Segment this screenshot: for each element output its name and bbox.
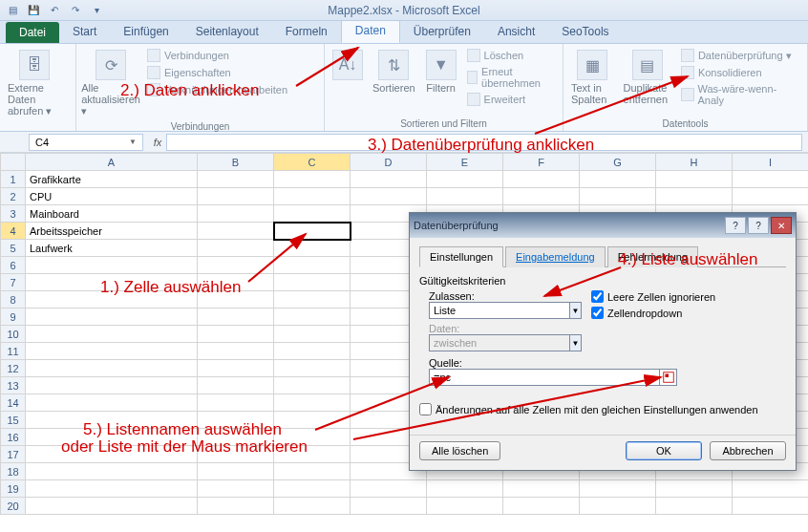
- data-validation-button[interactable]: Datenüberprüfung ▾: [679, 48, 801, 63]
- consolidate-button[interactable]: Konsolidieren: [679, 65, 801, 80]
- tab-seotools[interactable]: SeoTools: [548, 21, 622, 43]
- ok-button[interactable]: OK: [626, 441, 702, 460]
- text-to-columns-button[interactable]: ▦Text in Spalten: [569, 48, 616, 107]
- allow-input[interactable]: [429, 302, 570, 319]
- group-label-sortfilter: Sortieren und Filtern: [330, 117, 557, 129]
- col-D[interactable]: D: [351, 154, 427, 171]
- apply-all-checkbox[interactable]: [419, 403, 432, 415]
- dialog-titlebar[interactable]: Datenüberprüfung ? ? ✕: [410, 213, 796, 238]
- tab-error-alert[interactable]: Fehlermeldung: [607, 246, 698, 267]
- advanced-filter-button[interactable]: Erweitert: [465, 92, 557, 107]
- undo-icon[interactable]: ↶: [46, 2, 63, 19]
- properties-icon: [147, 66, 160, 79]
- col-C[interactable]: C: [274, 154, 351, 171]
- tab-daten[interactable]: Daten: [341, 19, 400, 43]
- formula-bar-row: C4▼ fx: [0, 132, 808, 153]
- data-label: Daten:: [429, 323, 459, 334]
- tab-einfuegen[interactable]: Einfügen: [110, 21, 181, 43]
- data-input: [429, 334, 570, 351]
- clear-icon: [467, 49, 480, 62]
- col-F[interactable]: F: [503, 154, 580, 171]
- text-columns-icon: ▦: [577, 50, 607, 80]
- edit-links-icon: [147, 83, 160, 96]
- ignore-blank-label: Leere Zellen ignorieren: [607, 291, 715, 303]
- cell-A1[interactable]: Grafikkarte: [26, 171, 198, 188]
- quick-access-toolbar: ▤ 💾 ↶ ↷ ▾: [0, 2, 105, 19]
- fx-icon[interactable]: fx: [149, 137, 166, 148]
- filter-icon: ▼: [426, 50, 457, 80]
- ribbon-group-datatools: ▦Text in Spalten ▤Duplikate entfernen Da…: [563, 44, 808, 131]
- ignore-blank-checkbox[interactable]: [591, 290, 604, 303]
- tab-seitenlayout[interactable]: Seitenlayout: [182, 21, 272, 43]
- remove-duplicates-button[interactable]: ▤Duplikate entfernen: [622, 48, 673, 107]
- cell-C4[interactable]: [274, 223, 351, 240]
- data-validation-dialog: Datenüberprüfung ? ? ✕ Einstellungen Ein…: [409, 212, 797, 471]
- clear-all-button[interactable]: Alle löschen: [419, 441, 500, 460]
- tab-input-message[interactable]: Eingabemeldung: [505, 246, 606, 267]
- allow-label: Zulassen:: [429, 290, 475, 302]
- cancel-button[interactable]: Abbrechen: [710, 441, 786, 460]
- external-data-button[interactable]: 🗄Externe Daten abrufen ▾: [6, 48, 63, 119]
- tab-start[interactable]: Start: [59, 21, 110, 43]
- formula-bar[interactable]: [166, 134, 802, 151]
- tab-file[interactable]: Datei: [6, 22, 59, 43]
- external-data-label: Externe Daten abrufen ▾: [8, 82, 61, 117]
- refresh-icon: ⟳: [96, 50, 126, 80]
- name-box[interactable]: C4▼: [29, 134, 143, 151]
- consolidate-icon: [681, 66, 694, 79]
- close-icon[interactable]: ✕: [771, 217, 792, 234]
- validation-icon: [681, 49, 694, 62]
- dialog-help2-icon[interactable]: ?: [748, 217, 769, 234]
- tab-ueberpruefen[interactable]: Überprüfen: [400, 21, 484, 43]
- sort-az-button[interactable]: A↓: [330, 48, 365, 82]
- filter-button[interactable]: ▼Filtern: [423, 48, 459, 96]
- save-icon[interactable]: 💾: [25, 2, 42, 19]
- cell-A3[interactable]: Mainboard: [26, 205, 198, 223]
- dialog-help-icon[interactable]: ?: [725, 217, 746, 234]
- tab-settings[interactable]: Einstellungen: [419, 246, 503, 267]
- col-I[interactable]: I: [733, 154, 809, 171]
- chevron-down-icon: ▼: [570, 334, 582, 351]
- group-label-connections: Verbindungen: [82, 119, 318, 132]
- tab-formeln[interactable]: Formeln: [272, 21, 341, 43]
- cell-A2[interactable]: CPU: [26, 188, 198, 205]
- reapply-icon: [467, 71, 478, 84]
- col-A[interactable]: A: [26, 154, 198, 171]
- source-input[interactable]: [429, 369, 660, 386]
- whatif-icon: [681, 88, 694, 101]
- dropdown-checkbox[interactable]: [591, 307, 604, 319]
- whatif-button[interactable]: Was-wäre-wenn-Analy: [679, 82, 801, 107]
- source-combo[interactable]: [429, 369, 677, 386]
- redo-icon[interactable]: ↷: [67, 2, 84, 19]
- edit-links-button[interactable]: Verknüpfungen bearbeiten: [145, 82, 289, 97]
- sort-az-icon: A↓: [332, 50, 363, 80]
- col-E[interactable]: E: [427, 154, 503, 171]
- col-B[interactable]: B: [198, 154, 274, 171]
- properties-button[interactable]: Eigenschaften: [145, 65, 289, 80]
- ribbon-group-external: 🗄Externe Daten abrufen ▾: [0, 44, 76, 131]
- tab-ansicht[interactable]: Ansicht: [484, 21, 548, 43]
- reapply-button[interactable]: Erneut übernehmen: [465, 65, 557, 90]
- row-1[interactable]: 1Grafikkarte: [1, 171, 809, 188]
- allow-combo[interactable]: ▼: [429, 302, 582, 319]
- cell-A5[interactable]: Laufwerk: [26, 240, 198, 257]
- col-H[interactable]: H: [656, 154, 733, 171]
- column-headers[interactable]: A B C D E F G H I: [1, 154, 809, 171]
- range-picker-icon[interactable]: [660, 369, 677, 386]
- source-label: Quelle:: [429, 357, 462, 369]
- cell-A4[interactable]: Arbeitsspeicher: [26, 223, 198, 240]
- apply-all-label: Änderungen auf alle Zellen mit den gleic…: [436, 404, 758, 415]
- col-G[interactable]: G: [580, 154, 656, 171]
- qat-more-icon[interactable]: ▾: [88, 2, 105, 19]
- clear-filter-button[interactable]: Löschen: [465, 48, 557, 63]
- refresh-all-button[interactable]: ⟳Alle aktualisieren ▾: [82, 48, 139, 119]
- select-all-corner[interactable]: [1, 154, 26, 171]
- svg-rect-1: [665, 374, 669, 378]
- chevron-down-icon[interactable]: ▼: [570, 302, 582, 319]
- connections-button[interactable]: Verbindungen: [145, 48, 289, 63]
- excel-icon: ▤: [4, 2, 21, 19]
- dropdown-label: Zellendropdown: [607, 308, 682, 319]
- chevron-down-icon[interactable]: ▼: [129, 138, 137, 146]
- row-2[interactable]: 2CPU: [1, 188, 809, 205]
- sort-button[interactable]: ⇅Sortieren: [371, 48, 417, 96]
